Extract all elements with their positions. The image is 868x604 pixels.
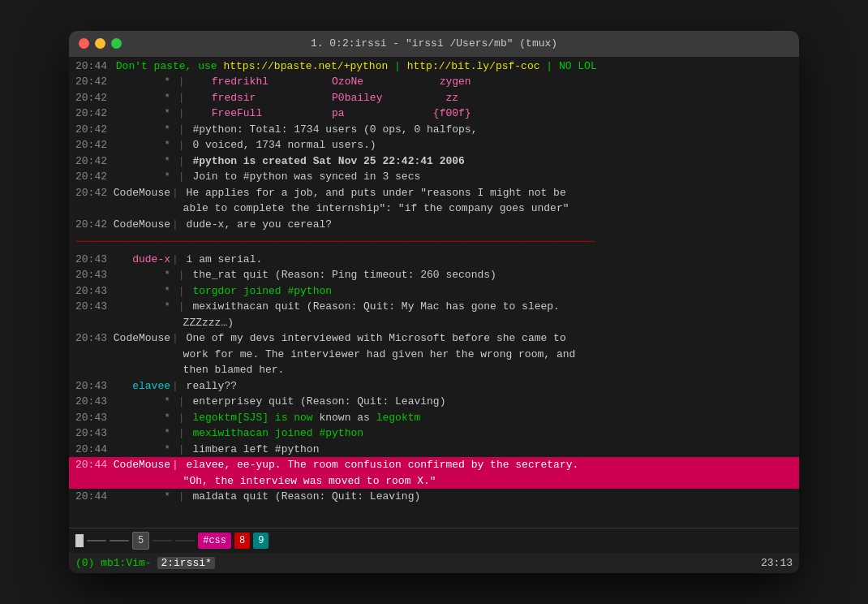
- bottom-left-area: (0) mb1:Vim- 2:irssi*: [75, 555, 215, 572]
- message: work for me. The interviewer had given h…: [170, 347, 793, 363]
- nick: *: [110, 153, 170, 170]
- terminal-body: 20:44 Don't paste, use https://bpaste.ne…: [69, 57, 799, 574]
- timestamp: 20:42: [75, 122, 110, 138]
- status-item-9[interactable]: 9: [253, 533, 269, 549]
- minimize-button[interactable]: [95, 38, 105, 49]
- status-item[interactable]: [110, 540, 129, 541]
- separator: |: [172, 299, 185, 315]
- separator: |: [172, 185, 178, 201]
- nick: *: [110, 283, 170, 300]
- message: FreeFull pa {f00f}: [187, 106, 793, 122]
- terminal-window: 1. 0:2:irssi - "irssi /Users/mb" (tmux) …: [69, 31, 799, 574]
- maximize-button[interactable]: [111, 38, 122, 49]
- status-bar: 5 #css 8 9: [69, 528, 799, 553]
- chat-line: 20:42 * | fredrikhl OzoNe zygen: [69, 74, 799, 90]
- timestamp: 20:44: [75, 457, 110, 473]
- traffic-lights: [79, 38, 122, 49]
- nick-spacer: [110, 362, 170, 378]
- separator: |: [172, 90, 185, 106]
- separator: |: [172, 267, 185, 283]
- timestamp: 20:43: [75, 267, 110, 283]
- nick: dude-x: [110, 252, 170, 268]
- nick: *: [110, 106, 170, 122]
- nick: *: [110, 169, 170, 185]
- separator: |: [172, 442, 185, 458]
- chat-line: 20:43 * | torgdor joined #python: [69, 283, 799, 300]
- chat-area: 20:44 Don't paste, use https://bpaste.ne…: [69, 57, 799, 528]
- status-item-8[interactable]: 8: [234, 533, 250, 549]
- message: "Oh, the interview was moved to room X.": [170, 473, 793, 490]
- timestamp: 20:44: [75, 489, 110, 505]
- message: mexiwithacan quit (Reason: Quit: My Mac …: [187, 299, 793, 315]
- status-item[interactable]: [175, 540, 195, 541]
- timestamp: 20:42: [75, 185, 110, 201]
- nick: *: [110, 394, 170, 410]
- nick: *: [110, 489, 170, 505]
- chat-line: 20:42 * | #python: Total: 1734 users (0 …: [69, 122, 799, 138]
- chat-line: 20:42 * | FreeFull pa {f00f}: [69, 106, 799, 122]
- clock: 23:13: [761, 555, 793, 572]
- chat-line: 20:42 * | 0 voiced, 1734 normal users.): [69, 137, 799, 153]
- separator: |: [172, 74, 185, 90]
- nick: CodeMouse: [110, 185, 170, 201]
- nick-spacer: [110, 201, 170, 217]
- timestamp: 20:42: [75, 90, 110, 106]
- status-item[interactable]: [87, 540, 106, 541]
- separator: |: [172, 137, 185, 153]
- chat-line: 20:42 * | #python is created Sat Nov 25 …: [69, 153, 799, 170]
- message: #python is created Sat Nov 25 22:42:41 2…: [187, 153, 793, 170]
- nick: *: [110, 122, 170, 138]
- nick: *: [110, 442, 170, 458]
- separator: |: [172, 330, 178, 347]
- chat-line: 20:43 * | legoktm[SJS] is now known as l…: [69, 410, 799, 426]
- nick: *: [110, 74, 170, 90]
- nick-spacer: [110, 347, 170, 363]
- timestamp: 20:43: [75, 378, 110, 395]
- chat-line: 20:42 * | fredsir P0bailey zz: [69, 90, 799, 106]
- chat-line: 20:43 elavee | really??: [69, 378, 799, 395]
- titlebar: 1. 0:2:irssi - "irssi /Users/mb" (tmux): [69, 31, 799, 57]
- message: Join to #python was synced in 3 secs: [187, 169, 793, 185]
- active-window[interactable]: 2:irssi*: [157, 557, 214, 569]
- chat-line-highlighted: 20:44 CodeMouse | elavee, ee-yup. The ro…: [69, 457, 799, 473]
- message: He applies for a job, and puts under "re…: [180, 185, 793, 201]
- chat-line: 20:43 * | enterprisey quit (Reason: Quit…: [69, 394, 799, 410]
- nick: *: [110, 267, 170, 283]
- timestamp: 20:43: [75, 425, 110, 442]
- chat-line: 20:42 CodeMouse | dude-x, are you cereal…: [69, 217, 799, 233]
- chat-line: 20:43 * | mexiwithacan joined #python: [69, 425, 799, 442]
- nick: CodeMouse: [110, 457, 170, 473]
- separator: |: [172, 378, 178, 395]
- chat-line: 20:44 * | maldata quit (Reason: Quit: Le…: [69, 489, 799, 505]
- timestamp: 20:42: [75, 169, 110, 185]
- chat-line: 20:43 * | mexiwithacan quit (Reason: Qui…: [69, 299, 799, 315]
- chat-line: 20:43 dude-x | i am serial.: [69, 252, 799, 268]
- message: really??: [180, 378, 793, 395]
- message: elavee, ee-yup. The room confusion confi…: [180, 457, 793, 473]
- nick-spacer: [110, 315, 170, 331]
- timestamp: 20:43: [75, 410, 110, 426]
- chat-line: 20:44 * | limbera left #python: [69, 442, 799, 458]
- bottom-bar: (0) mb1:Vim- 2:irssi* 23:13: [69, 553, 799, 574]
- session-info: (0) mb1:Vim-: [75, 557, 152, 569]
- chat-line-continuation: ZZZzzz…): [69, 315, 799, 331]
- close-button[interactable]: [79, 38, 89, 49]
- message: then blamed her.: [170, 362, 793, 378]
- separator: |: [172, 410, 185, 426]
- chat-line: 20:44 Don't paste, use https://bpaste.ne…: [69, 58, 799, 75]
- status-item[interactable]: [153, 540, 172, 541]
- message: the_rat quit (Reason: Ping timeout: 260 …: [187, 267, 793, 283]
- message: torgdor joined #python: [187, 283, 793, 300]
- timestamp: 20:43: [75, 330, 110, 347]
- status-item-5[interactable]: 5: [132, 532, 149, 550]
- status-item-css[interactable]: #css: [198, 533, 231, 549]
- message: One of my devs interviewed with Microsof…: [180, 330, 793, 347]
- timestamp: 20:42: [75, 137, 110, 153]
- message: dude-x, are you cereal?: [180, 217, 793, 233]
- timestamp: 20:43: [75, 299, 110, 315]
- divider: ────────────────────────────────────────…: [69, 232, 799, 252]
- timestamp: 20:43: [75, 252, 110, 268]
- nick: *: [110, 425, 170, 442]
- separator: |: [172, 169, 185, 185]
- window-title: 1. 0:2:irssi - "irssi /Users/mb" (tmux): [311, 37, 557, 50]
